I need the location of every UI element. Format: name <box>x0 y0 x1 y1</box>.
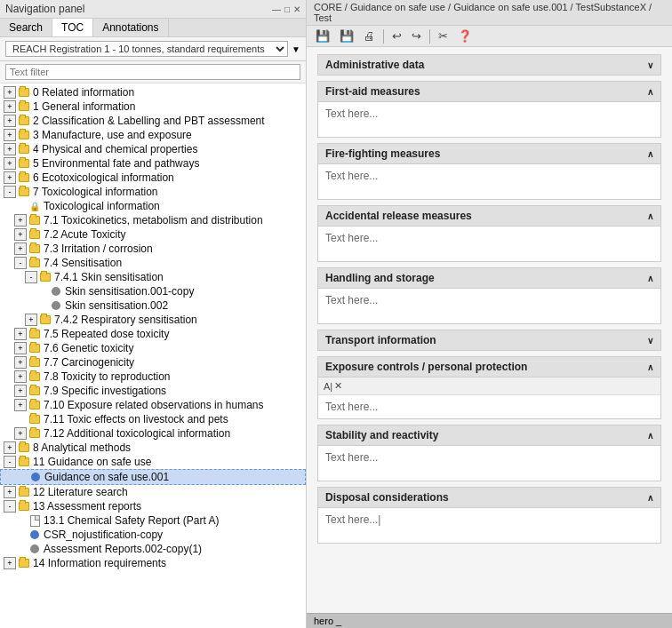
tree-item-28[interactable]: Guidance on safe use.001 <box>0 469 306 485</box>
save-button[interactable]: 💾 <box>312 28 333 44</box>
tree-item-3[interactable]: +2 Classification & Labelling and PBT as… <box>0 114 306 128</box>
tree-item-11[interactable]: +7.2 Acute Toxicity <box>0 227 306 242</box>
section-disposal: Disposal considerations∧Text here...| <box>317 487 661 544</box>
tab-search[interactable]: Search <box>0 19 52 36</box>
section-header-transport[interactable]: Transport information∨ <box>317 330 661 351</box>
expander-12[interactable]: + <box>14 242 27 255</box>
section-header-admin[interactable]: Administrative data∨ <box>317 54 661 76</box>
expander-34[interactable]: + <box>4 557 16 569</box>
folder-icon <box>18 186 30 198</box>
tree-item-20[interactable]: +7.7 Carcinogenicity <box>0 355 306 370</box>
cut-button[interactable]: ✂ <box>435 28 452 44</box>
tree-item-26[interactable]: +8 Analytical methods <box>0 441 306 455</box>
tree-item-8[interactable]: -7 Toxicological information <box>0 185 306 199</box>
tree-item-27[interactable]: -11 Guidance on safe use <box>0 455 306 469</box>
tree-item-34[interactable]: +14 Information requirements <box>0 556 306 570</box>
maximize-icon[interactable]: □ <box>284 4 290 14</box>
tree-item-9[interactable]: 🔒Toxicological information <box>0 199 306 213</box>
tab-toc[interactable]: TOC <box>52 19 93 36</box>
section-header-handling[interactable]: Handling and storage∧ <box>317 267 661 289</box>
section-label-disposal: Disposal considerations <box>325 491 449 504</box>
undo-button[interactable]: ↩ <box>388 28 405 44</box>
save-as-button[interactable]: 💾 <box>336 28 357 44</box>
tree-item-15[interactable]: Skin sensitisation.001-copy <box>0 284 306 298</box>
expander-1[interactable]: + <box>4 86 16 99</box>
chevron-icon-admin: ∨ <box>647 60 653 70</box>
redo-button[interactable]: ↪ <box>408 28 425 44</box>
expander-18[interactable]: + <box>14 328 27 340</box>
folder-icon <box>18 500 30 513</box>
expander-25[interactable]: + <box>14 427 27 440</box>
expander-20[interactable]: + <box>14 356 27 369</box>
tree-item-2[interactable]: +1 General information <box>0 99 306 114</box>
expander-7[interactable]: + <box>4 171 16 184</box>
section-toolbar-btn-exposure-1[interactable]: ✕ <box>334 380 342 392</box>
section-header-fire-fighting[interactable]: Fire-fighting measures∧ <box>317 143 661 164</box>
section-header-accidental[interactable]: Accidental release measures∧ <box>317 205 661 227</box>
tree-item-21[interactable]: +7.8 Toxicity to reproduction <box>0 370 306 384</box>
tree-item-29[interactable]: +12 Literature search <box>0 485 306 499</box>
tree-item-16[interactable]: Skin sensitisation.002 <box>0 298 306 313</box>
reach-dropdown[interactable]: REACH Registration 1 - 10 tonnes, standa… <box>5 41 288 57</box>
expander-8[interactable]: - <box>4 186 16 198</box>
tree-item-19[interactable]: +7.6 Genetic toxicity <box>0 341 306 355</box>
tree-item-10[interactable]: +7.1 Toxicokinetics, metabolism and dist… <box>0 213 306 227</box>
tree-item-24[interactable]: 7.11 Toxic effects on livestock and pets <box>0 412 306 426</box>
section-header-disposal[interactable]: Disposal considerations∧ <box>317 487 661 508</box>
tree-label-24: 7.11 Toxic effects on livestock and pets <box>44 413 228 425</box>
tree-item-4[interactable]: +3 Manufacture, use and exposure <box>0 128 306 142</box>
tree-item-30[interactable]: -13 Assessment reports <box>0 499 306 513</box>
tree-item-33[interactable]: Assessment Reports.002-copy(1) <box>0 542 306 556</box>
tree-item-22[interactable]: +7.9 Specific investigations <box>0 384 306 398</box>
section-content-accidental: Text here... <box>317 227 661 262</box>
content-area: Administrative data∨First-aid measures∧T… <box>307 47 672 613</box>
minimize-icon[interactable]: — <box>272 4 281 14</box>
expander-27[interactable]: - <box>4 456 16 468</box>
section-toolbar-btn-exposure-0[interactable]: A| <box>324 381 332 392</box>
expander-2[interactable]: + <box>4 100 16 113</box>
expander-5[interactable]: + <box>4 143 16 155</box>
text-filter-input[interactable] <box>5 64 300 80</box>
expander-29[interactable]: + <box>4 486 16 498</box>
section-header-stability[interactable]: Stability and reactivity∧ <box>317 425 661 446</box>
expander-21[interactable]: + <box>14 370 27 383</box>
expander-26[interactable]: + <box>4 441 16 454</box>
expander-14[interactable]: - <box>25 271 37 283</box>
section-header-first-aid[interactable]: First-aid measures∧ <box>317 81 661 102</box>
folder-icon <box>28 242 41 255</box>
tree-item-14[interactable]: -7.4.1 Skin sensitisation <box>0 270 306 284</box>
tree-item-1[interactable]: +0 Related information <box>0 85 306 99</box>
expander-19[interactable]: + <box>14 342 27 354</box>
expander-10[interactable]: + <box>14 214 27 227</box>
close-icon[interactable]: ✕ <box>293 4 300 14</box>
section-body-exposure: Text here... <box>318 395 660 418</box>
tree-item-17[interactable]: +7.4.2 Respiratory sensitisation <box>0 313 306 327</box>
expander-22[interactable]: + <box>14 385 27 397</box>
expander-30[interactable]: - <box>4 500 16 513</box>
dropdown-arrow[interactable]: ▼ <box>292 44 300 54</box>
expander-13[interactable]: - <box>14 257 27 269</box>
tree-item-7[interactable]: +6 Ecotoxicological information <box>0 171 306 185</box>
expander-17[interactable]: + <box>25 314 37 326</box>
expander-4[interactable]: + <box>4 129 16 141</box>
expander-6[interactable]: + <box>4 157 16 170</box>
print-button[interactable]: 🖨 <box>360 28 379 44</box>
expander-11[interactable]: + <box>14 228 27 241</box>
tree-item-25[interactable]: +7.12 Additional toxicological informati… <box>0 426 306 441</box>
tree-item-13[interactable]: -7.4 Sensitisation <box>0 256 306 270</box>
tree-label-12: 7.3 Irritation / corrosion <box>44 242 153 255</box>
tree-item-5[interactable]: +4 Physical and chemical properties <box>0 142 306 156</box>
tree-item-31[interactable]: 13.1 Chemical Safety Report (Part A) <box>0 513 306 528</box>
bullet-blue-icon <box>29 471 42 483</box>
help-button[interactable]: ❓ <box>454 28 476 44</box>
folder-icon <box>28 413 41 425</box>
tree-item-23[interactable]: +7.10 Exposure related observations in h… <box>0 398 306 412</box>
tab-annotations[interactable]: Annotations <box>93 19 168 36</box>
tree-item-12[interactable]: +7.3 Irritation / corrosion <box>0 242 306 256</box>
expander-3[interactable]: + <box>4 115 16 127</box>
section-header-exposure[interactable]: Exposure controls / personal protection∧ <box>317 356 661 378</box>
tree-item-18[interactable]: +7.5 Repeated dose toxicity <box>0 327 306 341</box>
expander-23[interactable]: + <box>14 399 27 411</box>
tree-item-6[interactable]: +5 Environmental fate and pathways <box>0 156 306 171</box>
tree-item-32[interactable]: CSR_nojustification-copy <box>0 528 306 542</box>
